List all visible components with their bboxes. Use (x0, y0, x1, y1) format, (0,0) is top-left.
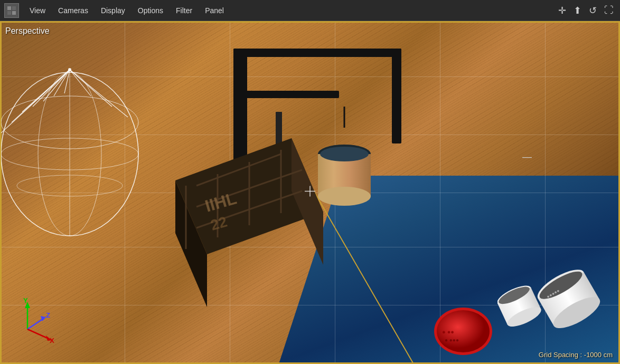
svg-rect-1 (12, 6, 16, 10)
fullscreen-icon[interactable]: ⛶ (602, 4, 616, 17)
svg-rect-2 (7, 11, 11, 15)
refresh-icon[interactable]: ↺ (587, 4, 599, 17)
viewport[interactable]: IIHL 22 (0, 21, 620, 364)
menu-view[interactable]: View (24, 4, 51, 17)
menu-display[interactable]: Display (96, 4, 130, 17)
app: View Cameras Display Options Filter Pane… (0, 0, 620, 364)
perspective-label: Perspective (5, 26, 50, 36)
move-icon[interactable]: ✛ (556, 4, 568, 17)
menu-options[interactable]: Options (133, 4, 168, 17)
grid-spacing-label: Grid Spacing : -1000 cm (539, 351, 613, 359)
menubar: View Cameras Display Options Filter Pane… (0, 0, 620, 21)
svg-rect-0 (7, 6, 11, 10)
menu-cameras[interactable]: Cameras (53, 4, 93, 17)
toolbar-icons: ✛ ⬆ ↺ ⛶ (556, 4, 616, 17)
svg-rect-3 (12, 11, 16, 15)
app-icon[interactable] (4, 3, 19, 18)
up-icon[interactable]: ⬆ (571, 4, 584, 17)
menu-panel[interactable]: Panel (200, 4, 229, 17)
menu-filter[interactable]: Filter (171, 4, 198, 17)
